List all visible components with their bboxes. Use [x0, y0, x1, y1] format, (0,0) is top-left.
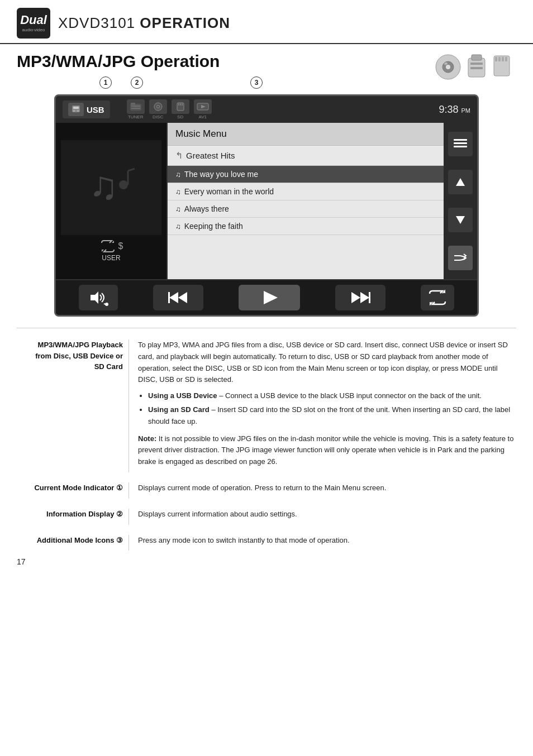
next-btn[interactable] — [335, 285, 386, 310]
music-menu-folder[interactable]: ↰ Greatest Hits — [168, 146, 444, 166]
av1-icon-img — [194, 99, 212, 114]
callout-row: 1 2 3 — [17, 76, 516, 93]
shuffle-btn[interactable] — [448, 246, 473, 270]
album-art-image: ♫ — [61, 140, 161, 235]
svg-rect-14 — [73, 107, 79, 109]
svg-rect-9 — [495, 57, 497, 61]
tuner-mode-icon[interactable]: TUNER — [127, 99, 145, 119]
callout-2: 2 — [131, 76, 143, 89]
svg-rect-50 — [369, 292, 370, 303]
folder-name: Greatest Hits — [186, 151, 235, 160]
right-controls — [444, 123, 477, 279]
up-btn[interactable] — [448, 170, 473, 194]
mode-icons-text: Press any mode icon to switch instantly … — [138, 535, 516, 547]
current-mode-text: Displays current mode of operation. Pres… — [138, 482, 516, 494]
folder-icon: ↰ — [175, 150, 183, 161]
svg-marker-45 — [178, 292, 187, 303]
svg-marker-41 — [91, 291, 98, 304]
bullet-usb: Using a USB Device – Connect a USB devic… — [148, 390, 516, 402]
av1-label: AV1 — [198, 114, 207, 119]
repeat-btn[interactable] — [421, 285, 454, 310]
section-current-mode-label: Current Mode Indicator ① — [17, 482, 129, 499]
music-menu-panel: Music Menu ↰ Greatest Hits ♫ The way you… — [168, 123, 444, 279]
svg-marker-48 — [351, 292, 360, 303]
callout-3: 3 — [250, 76, 263, 89]
logo-text: Dual — [20, 14, 47, 26]
av1-mode-icon[interactable]: AV1 — [194, 99, 212, 119]
logo-sub: audio·video — [20, 27, 47, 32]
sd-label: SD — [177, 114, 183, 119]
album-art: ♫ $ — [56, 123, 168, 279]
header-title: XDVD3101 OPERATION — [58, 15, 230, 32]
svg-rect-11 — [502, 57, 504, 61]
mode-icons: TUNER DISC — [127, 99, 212, 119]
svg-marker-49 — [360, 292, 369, 303]
title-suffix: OPERATION — [140, 15, 230, 31]
callout-1: 1 — [99, 76, 112, 89]
down-btn[interactable] — [448, 208, 473, 232]
usb-label: USB — [87, 105, 104, 114]
page-number: 17 — [17, 557, 26, 566]
music-menu-title: Music Menu — [168, 123, 444, 146]
section-mode-icons-body: Press any mode icon to switch instantly … — [129, 535, 516, 551]
svg-rect-10 — [498, 57, 501, 61]
svg-rect-6 — [470, 63, 483, 65]
bullet-sd: Using an SD Card – Insert SD card into t… — [148, 404, 516, 428]
note-icon-1: ♫ — [175, 188, 181, 196]
svg-marker-37 — [456, 178, 465, 186]
svg-line-33 — [128, 169, 135, 171]
time-display: 9:38 PM — [439, 104, 470, 116]
title-prefix: XDVD3101 — [58, 15, 140, 31]
svg-marker-47 — [264, 291, 278, 304]
track-item-2[interactable]: ♫ Always there — [168, 200, 444, 218]
section-mode-icons: Additional Mode Icons ③ Press any mode i… — [17, 535, 516, 551]
svg-rect-16 — [77, 110, 79, 112]
info-display-text: Displays current information about audio… — [138, 509, 516, 520]
tuner-label: TUNER — [128, 114, 144, 119]
section-info-display-label: Information Display ② — [17, 509, 129, 525]
content-separator — [17, 328, 516, 328]
volume-btn[interactable] — [79, 285, 118, 310]
sd-card-icon — [492, 55, 516, 79]
note-icon-2: ♫ — [175, 205, 181, 213]
time-value: 9:38 — [439, 104, 458, 115]
track-name-2: Always there — [184, 204, 229, 213]
svg-rect-35 — [454, 142, 467, 144]
tuner-icon-img — [127, 99, 145, 114]
track-item-1[interactable]: ♫ Every woman in the world — [168, 183, 444, 200]
svg-marker-38 — [456, 216, 465, 224]
page-content: MP3/WMA/JPG Operation 1 2 3 — [0, 52, 533, 577]
track-name-3: Keeping the faith — [184, 222, 243, 231]
section-info-display-body: Displays current information about audio… — [129, 509, 516, 525]
user-label: USER — [102, 254, 120, 262]
note-icon-3: ♫ — [175, 222, 181, 231]
svg-point-43 — [105, 303, 108, 306]
sd-mode-icon[interactable]: SD — [172, 99, 189, 119]
track-name-1: Every woman in the world — [184, 187, 274, 196]
playback-bullets: Using a USB Device – Connect a USB devic… — [148, 390, 516, 427]
sd-icon-img — [172, 99, 189, 114]
svg-rect-34 — [454, 139, 467, 141]
svg-rect-46 — [168, 292, 170, 303]
play-btn[interactable] — [239, 285, 300, 310]
svg-point-2 — [446, 65, 450, 69]
section-playback-body: To play MP3, WMA and JPG files from a di… — [129, 339, 516, 472]
disc-mode-icon[interactable]: DISC — [149, 99, 167, 119]
svg-marker-44 — [169, 292, 178, 303]
svg-rect-25 — [178, 103, 179, 106]
prev-btn[interactable] — [153, 285, 203, 310]
list-btn[interactable] — [448, 132, 473, 156]
device-screen: USB TUNER — [54, 94, 479, 317]
svg-rect-7 — [470, 67, 483, 69]
note-icon-0: ♫ — [175, 170, 181, 179]
disc-icon-img — [149, 99, 167, 114]
svg-point-23 — [157, 106, 159, 108]
svg-rect-20 — [131, 103, 135, 105]
track-item-3[interactable]: ♫ Keeping the faith — [168, 218, 444, 235]
section-playback: MP3/WMA/JPG Playbackfrom Disc, USB Devic… — [17, 339, 516, 472]
svg-rect-27 — [182, 103, 183, 106]
repeat-dollar: $ — [118, 241, 123, 251]
svg-text:♫: ♫ — [89, 164, 118, 207]
track-item-0[interactable]: ♫ The way you love me — [168, 166, 444, 183]
section-mode-icons-label: Additional Mode Icons ③ — [17, 535, 129, 551]
